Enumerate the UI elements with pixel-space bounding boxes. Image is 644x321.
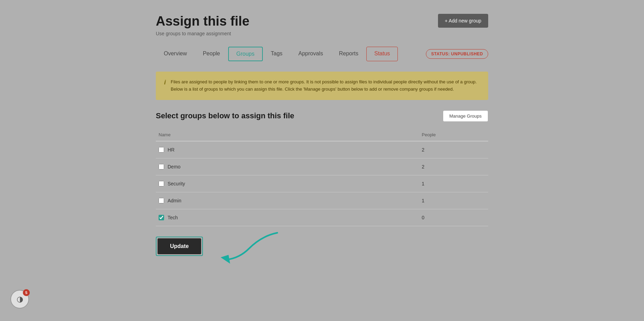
table-row: HR2 (156, 141, 488, 158)
notification-badge: 5 (23, 289, 30, 296)
group-name-cell-hr: HR (156, 141, 419, 158)
group-name-group-demo: Demo (159, 164, 416, 169)
update-btn-wrapper: Update (156, 237, 203, 256)
group-name-label-security: Security (168, 181, 185, 186)
group-name-group-hr: HR (159, 147, 416, 153)
section-header: Select groups below to assign this file … (156, 110, 488, 122)
svg-marker-0 (221, 255, 230, 263)
group-name-label-tech: Tech (168, 215, 178, 220)
tab-tags[interactable]: Tags (263, 47, 290, 61)
info-box: i Files are assigned to people by linkin… (156, 72, 488, 100)
group-name-label-hr: HR (168, 147, 175, 153)
tab-reports[interactable]: Reports (331, 47, 366, 61)
update-section: Update (156, 237, 488, 256)
update-button[interactable]: Update (158, 238, 201, 254)
group-name-group-admin: Admin (159, 198, 416, 203)
tabs-bar: Overview People Groups Tags Approvals Re… (156, 47, 488, 61)
groups-table: Name People HR2Demo2Security1Admin1Tech0 (156, 129, 488, 226)
group-name-group-security: Security (159, 181, 416, 186)
tab-groups[interactable]: Groups (228, 47, 263, 61)
group-name-cell-security: Security (156, 175, 419, 192)
group-checkbox-admin[interactable] (159, 198, 164, 203)
table-row: Security1 (156, 175, 488, 192)
table-row: Tech0 (156, 209, 488, 226)
group-checkbox-tech[interactable] (159, 215, 164, 220)
tab-approvals[interactable]: Approvals (290, 47, 331, 61)
group-name-label-admin: Admin (168, 198, 181, 203)
page-title-group: Assign this file Use groups to manage as… (156, 14, 249, 36)
groups-tbody: HR2Demo2Security1Admin1Tech0 (156, 141, 488, 226)
col-people: People (419, 129, 488, 141)
page-title: Assign this file (156, 14, 249, 29)
section-title: Select groups below to assign this file (156, 111, 294, 120)
tabs-list: Overview People Groups Tags Approvals Re… (156, 47, 398, 61)
add-new-group-button[interactable]: + Add new group (438, 14, 488, 28)
group-people-count-security: 1 (419, 175, 488, 192)
group-checkbox-demo[interactable] (159, 164, 164, 169)
arrow-annotation (211, 230, 280, 264)
group-checkbox-security[interactable] (159, 181, 164, 186)
col-name: Name (156, 129, 419, 141)
tab-status[interactable]: Status (366, 47, 398, 61)
group-name-cell-tech: Tech (156, 209, 419, 226)
info-text: Files are assigned to people by linking … (171, 79, 480, 93)
table-header: Name People (156, 129, 488, 141)
page-subtitle: Use groups to manage assignment (156, 31, 249, 36)
group-name-cell-demo: Demo (156, 158, 419, 175)
group-name-group-tech: Tech (159, 215, 416, 220)
group-name-cell-admin: Admin (156, 192, 419, 209)
notification-widget[interactable]: ◑ 5 (10, 290, 31, 311)
info-icon: i (164, 79, 166, 86)
spinner-icon: ◑ (17, 295, 23, 304)
tab-overview[interactable]: Overview (156, 47, 195, 61)
table-row: Admin1 (156, 192, 488, 209)
group-people-count-hr: 2 (419, 141, 488, 158)
tab-people[interactable]: People (195, 47, 228, 61)
group-checkbox-hr[interactable] (159, 147, 164, 153)
group-name-label-demo: Demo (168, 164, 180, 169)
group-people-count-demo: 2 (419, 158, 488, 175)
manage-groups-button[interactable]: Manage Groups (443, 110, 488, 122)
page-header: Assign this file Use groups to manage as… (156, 14, 488, 36)
group-people-count-admin: 1 (419, 192, 488, 209)
status-badge: STATUS: UNPUBLISHED (426, 49, 488, 59)
table-row: Demo2 (156, 158, 488, 175)
notification-icon[interactable]: ◑ 5 (10, 290, 29, 309)
group-people-count-tech: 0 (419, 209, 488, 226)
